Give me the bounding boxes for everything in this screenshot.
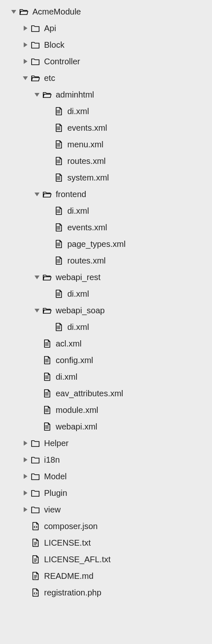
tree-item-label: di.xml <box>56 372 77 382</box>
xml-file-icon <box>53 123 64 132</box>
code-file-icon <box>30 588 41 597</box>
tree-item-label: Plugin <box>44 488 67 498</box>
tree-item[interactable]: LICENSE.txt <box>0 534 212 551</box>
tree-item[interactable]: menu.xml <box>0 136 212 153</box>
disclosure-triangle-collapsed-icon[interactable] <box>22 59 29 64</box>
folder-icon <box>30 455 41 464</box>
tree-item[interactable]: routes.xml <box>0 153 212 169</box>
tree-item[interactable]: i18n <box>0 451 212 468</box>
disclosure-triangle-collapsed-icon[interactable] <box>22 440 29 446</box>
tree-item[interactable]: AcmeModule <box>0 3 212 20</box>
folder-icon <box>30 57 41 66</box>
tree-item[interactable]: README.md <box>0 568 212 584</box>
tree-item[interactable]: module.xml <box>0 402 212 418</box>
disclosure-triangle-expanded-icon[interactable] <box>22 75 29 81</box>
tree-item-label: di.xml <box>67 107 89 116</box>
tree-item[interactable]: events.xml <box>0 120 212 136</box>
folder-open-icon <box>42 306 52 315</box>
disclosure-triangle-expanded-icon[interactable] <box>33 274 41 280</box>
tree-item[interactable]: di.xml <box>0 319 212 335</box>
tree-item-label: module.xml <box>56 405 98 415</box>
tree-item[interactable]: webapi_rest <box>0 269 212 285</box>
tree-item[interactable]: view <box>0 501 212 518</box>
tree-item-label: system.xml <box>67 173 109 183</box>
tree-item-label: Model <box>44 472 67 481</box>
tree-item[interactable]: di.xml <box>0 368 212 385</box>
tree-item[interactable]: di.xml <box>0 202 212 219</box>
xml-file-icon <box>53 223 64 232</box>
tree-item[interactable]: Api <box>0 20 212 37</box>
xml-file-icon <box>53 289 64 298</box>
xml-file-icon <box>42 372 52 381</box>
tree-item-label: routes.xml <box>67 156 106 166</box>
disclosure-triangle-expanded-icon[interactable] <box>33 307 41 313</box>
tree-item-label: config.xml <box>56 356 93 365</box>
tree-item-label: etc <box>44 73 55 83</box>
disclosure-triangle-collapsed-icon[interactable] <box>22 507 29 512</box>
disclosure-triangle-expanded-icon[interactable] <box>33 92 41 98</box>
tree-item-label: webapi_soap <box>56 306 105 315</box>
tree-item[interactable]: LICENSE_AFL.txt <box>0 551 212 568</box>
tree-item[interactable]: registration.php <box>0 584 212 601</box>
tree-item-label: page_types.xml <box>67 239 126 249</box>
text-file-icon <box>30 571 41 581</box>
text-file-icon <box>30 555 41 564</box>
disclosure-triangle-collapsed-icon[interactable] <box>22 457 29 463</box>
tree-item-label: LICENSE.txt <box>44 538 91 548</box>
tree-item[interactable]: config.xml <box>0 352 212 368</box>
file-tree: AcmeModuleApiBlockControlleretcadminhtml… <box>0 3 212 601</box>
tree-item[interactable]: Helper <box>0 435 212 451</box>
tree-item[interactable]: system.xml <box>0 169 212 186</box>
xml-file-icon <box>53 206 64 215</box>
tree-item-label: README.md <box>44 571 94 581</box>
tree-item-label: di.xml <box>67 322 89 332</box>
tree-item[interactable]: di.xml <box>0 103 212 120</box>
disclosure-triangle-collapsed-icon[interactable] <box>22 42 29 48</box>
tree-item[interactable]: webapi_soap <box>0 302 212 319</box>
folder-open-icon <box>18 7 29 16</box>
tree-item[interactable]: Block <box>0 37 212 53</box>
tree-item-label: events.xml <box>67 223 107 232</box>
tree-item[interactable]: adminhtml <box>0 86 212 103</box>
xml-file-icon <box>42 422 52 431</box>
folder-icon <box>30 40 41 49</box>
disclosure-triangle-collapsed-icon[interactable] <box>22 473 29 479</box>
tree-item[interactable]: Plugin <box>0 485 212 501</box>
folder-open-icon <box>42 273 52 282</box>
disclosure-triangle-expanded-icon[interactable] <box>33 191 41 197</box>
tree-item[interactable]: acl.xml <box>0 335 212 352</box>
code-file-icon <box>30 522 41 531</box>
tree-item-label: Api <box>44 24 56 33</box>
text-file-icon <box>30 538 41 547</box>
tree-item[interactable]: Controller <box>0 53 212 70</box>
tree-item-label: view <box>44 505 61 515</box>
tree-item[interactable]: etc <box>0 70 212 86</box>
tree-item[interactable]: composer.json <box>0 518 212 534</box>
tree-item-label: eav_attributes.xml <box>56 389 123 398</box>
folder-icon <box>30 488 41 498</box>
xml-file-icon <box>42 356 52 365</box>
tree-item[interactable]: di.xml <box>0 285 212 302</box>
tree-item[interactable]: routes.xml <box>0 252 212 269</box>
disclosure-triangle-collapsed-icon[interactable] <box>22 25 29 31</box>
tree-item-label: events.xml <box>67 123 107 133</box>
folder-icon <box>30 24 41 33</box>
tree-item[interactable]: frontend <box>0 186 212 202</box>
tree-item[interactable]: webapi.xml <box>0 418 212 435</box>
tree-item-label: Block <box>44 40 64 50</box>
tree-item[interactable]: page_types.xml <box>0 236 212 252</box>
folder-open-icon <box>42 90 52 99</box>
disclosure-triangle-collapsed-icon[interactable] <box>22 490 29 496</box>
tree-item[interactable]: events.xml <box>0 219 212 236</box>
folder-open-icon <box>42 190 52 199</box>
tree-item[interactable]: eav_attributes.xml <box>0 385 212 402</box>
xml-file-icon <box>42 405 52 415</box>
tree-item[interactable]: Model <box>0 468 212 485</box>
tree-item-label: routes.xml <box>67 256 106 266</box>
tree-item-label: webapi_rest <box>56 273 101 282</box>
folder-icon <box>30 439 41 448</box>
disclosure-triangle-expanded-icon[interactable] <box>10 9 17 15</box>
tree-item-label: Helper <box>44 439 69 448</box>
folder-icon <box>30 472 41 481</box>
tree-item-label: di.xml <box>67 289 89 299</box>
